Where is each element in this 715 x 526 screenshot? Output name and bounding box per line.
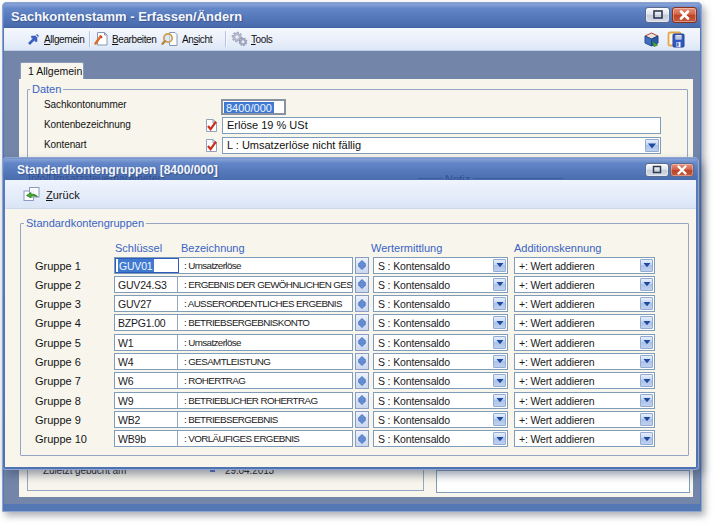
additionskennung-dropdown-button[interactable] [640,316,653,329]
menu-tools-label: Tools [251,34,272,45]
schluessel-key-input[interactable]: W1 [115,335,178,350]
menu-tools[interactable]: Tools [231,28,272,50]
schluessel-key-input[interactable]: W9 [115,393,178,408]
wertermittlung-combobox[interactable]: S : Kontensaldo [373,372,508,389]
kontenbezeichnung-value: Erlöse 19 % USt [227,119,308,131]
schluessel-picker-button[interactable] [355,295,369,312]
additionskennung-combobox[interactable]: +: Wert addieren [514,353,655,370]
schluessel-field[interactable]: GUV27 : AUSSERORDENTLICHES ERGEBNIS [114,295,353,312]
standardkontengruppen-dialog: Standardkontengruppen [8400/000] Info/Um… [2,157,699,470]
schluessel-picker-button[interactable] [355,334,369,351]
additionskennung-dropdown-button[interactable] [640,259,653,272]
schluessel-key-input[interactable]: GUV01 [115,258,179,273]
additionskennung-combobox[interactable]: +: Wert addieren [514,257,655,274]
kontenbezeichnung-input[interactable]: Erlöse 19 % USt [222,117,661,134]
schluessel-picker-button[interactable] [355,353,369,370]
additionskennung-dropdown-button[interactable] [640,413,653,426]
tab-1-allgemein[interactable]: 1 Allgemein [20,62,84,79]
table-row: Gruppe 5 W1 : Umsatzerlöse S : Kontensal… [5,334,696,351]
menu-bearbeiten[interactable]: Bearbeiten [93,28,156,50]
main-titlebar[interactable]: Sachkontenstamm - Erfassen/Ändern [4,4,700,28]
wertermittlung-combobox[interactable]: S : Kontensaldo [373,411,508,428]
schluessel-picker-button[interactable] [355,392,369,409]
additionskennung-dropdown-button[interactable] [640,374,653,387]
wertermittlung-combobox[interactable]: S : Kontensaldo [373,334,508,351]
main-close-button[interactable] [672,7,697,23]
schluessel-key-input[interactable]: W6 [115,373,178,388]
schluessel-field[interactable]: W6 : ROHERTRAG [114,372,353,389]
sachkontonummer-input[interactable]: 8400/000 [221,99,286,115]
wertermittlung-combobox[interactable]: S : Kontensaldo [373,392,508,409]
schluessel-key-input[interactable]: GUV27 [115,296,178,311]
schluessel-key-input[interactable]: WB2 [115,412,178,427]
additionskennung-combobox[interactable]: +: Wert addieren [514,295,655,312]
ghost-groupbox-line [473,178,563,179]
menu-allgemein[interactable]: Allgemein [26,28,84,50]
dialog-titlebar[interactable]: Standardkontengruppen [8400/000] Info/Um… [4,159,697,180]
zurueck-button[interactable]: Zurück [23,184,80,205]
additionskennung-dropdown-button[interactable] [640,297,653,310]
wertermittlung-dropdown-button[interactable] [493,432,506,445]
additionskennung-combobox[interactable]: +: Wert addieren [514,372,655,389]
wertermittlung-dropdown-button[interactable] [493,413,506,426]
kontenart-combobox[interactable]: L : Umsatzerlöse nicht fällig [222,137,661,154]
additionskennung-dropdown-button[interactable] [640,394,653,407]
schluessel-field[interactable]: W1 : Umsatzerlöse [114,334,353,351]
wertermittlung-dropdown-button[interactable] [493,374,506,387]
schluessel-key-input[interactable]: WB9b [115,431,178,446]
additionskennung-combobox[interactable]: +: Wert addieren [514,392,655,409]
additionskennung-dropdown-button[interactable] [640,432,653,445]
schluessel-description: : AUSSERORDENTLICHES ERGEBNIS [179,296,352,311]
checked-document-icon[interactable] [205,118,218,133]
wertermittlung-combobox[interactable]: S : Kontensaldo [373,257,508,274]
wertermittlung-value: S : Kontensaldo [378,395,450,407]
additionskennung-combobox[interactable]: +: Wert addieren [514,314,655,331]
additionskennung-dropdown-button[interactable] [640,355,653,368]
schluessel-key-input[interactable]: GUV24.S3 [115,277,178,292]
additionskennung-combobox[interactable]: +: Wert addieren [514,411,655,428]
main-restore-button[interactable] [645,7,670,23]
additionskennung-combobox[interactable]: +: Wert addieren [514,334,655,351]
schluessel-picker-button[interactable] [355,276,369,293]
schluessel-picker-button[interactable] [355,411,369,428]
kontenart-dropdown-button[interactable] [645,139,659,152]
dialog-close-button[interactable] [670,163,694,177]
schluessel-field[interactable]: WB9b : VORLÄUFIGES ERGEBNIS [114,430,353,447]
schluessel-picker-button[interactable] [355,372,369,389]
schluessel-picker-button[interactable] [355,257,369,274]
notiz-textarea[interactable] [436,470,690,493]
menu-ansicht[interactable]: Ansicht [161,28,212,50]
wertermittlung-combobox[interactable]: S : Kontensaldo [373,276,508,293]
additionskennung-combobox[interactable]: +: Wert addieren [514,276,655,293]
wertermittlung-combobox[interactable]: S : Kontensaldo [373,295,508,312]
wertermittlung-combobox[interactable]: S : Kontensaldo [373,314,508,331]
wertermittlung-dropdown-button[interactable] [493,355,506,368]
wertermittlung-dropdown-button[interactable] [493,316,506,329]
wertermittlung-dropdown-button[interactable] [493,297,506,310]
additionskennung-dropdown-button[interactable] [640,278,653,291]
wertermittlung-dropdown-button[interactable] [493,336,506,349]
wertermittlung-combobox[interactable]: S : Kontensaldo [373,353,508,370]
wertermittlung-combobox[interactable]: S : Kontensaldo [373,430,508,447]
toolbar-save-button[interactable] [667,28,685,50]
schluessel-key-input[interactable]: W4 [115,354,178,369]
schluessel-key-input[interactable]: BZPG1.00 [115,315,178,330]
wertermittlung-value: S : Kontensaldo [378,279,450,291]
schluessel-picker-button[interactable] [355,314,369,331]
chevron-down-icon [496,436,504,441]
additionskennung-combobox[interactable]: +: Wert addieren [514,430,655,447]
additionskennung-dropdown-button[interactable] [640,336,653,349]
checked-document-icon[interactable] [205,138,218,153]
wertermittlung-dropdown-button[interactable] [493,259,506,272]
schluessel-field[interactable]: WB2 : BETRIEBSERGEBNIS [114,411,353,428]
wertermittlung-dropdown-button[interactable] [493,278,506,291]
schluessel-field[interactable]: BZPG1.00 : BETRIEBSERGEBNISKONTO [114,314,353,331]
schluessel-picker-button[interactable] [355,430,369,447]
schluessel-field[interactable]: W9 : BETRIEBLICHER ROHERTRAG [114,392,353,409]
schluessel-field[interactable]: GUV01 : Umsatzerlöse [114,257,353,274]
schluessel-field[interactable]: W4 : GESAMTLEISTUNG [114,353,353,370]
toolbar-package-button[interactable] [643,28,660,50]
schluessel-field[interactable]: GUV24.S3 : ERGEBNIS DER GEWÖHNLICHEN GES [114,276,353,293]
wertermittlung-dropdown-button[interactable] [493,394,506,407]
dialog-restore-button[interactable] [645,163,669,177]
